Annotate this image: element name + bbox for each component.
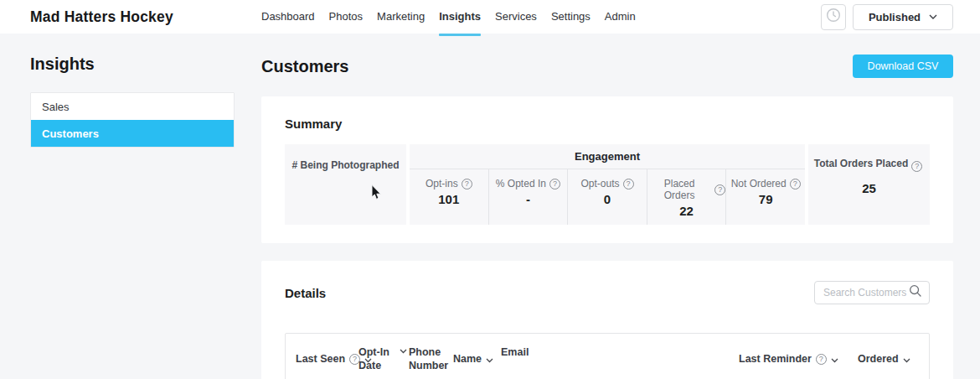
main-header: Customers Download CSV bbox=[261, 54, 953, 79]
metric-value: 101 bbox=[410, 192, 488, 206]
search-customers-input[interactable] bbox=[823, 287, 909, 299]
nav-item-insights[interactable]: Insights bbox=[439, 0, 481, 34]
topbar-right-controls: Published bbox=[821, 4, 953, 30]
engagement-label: Engagement bbox=[410, 144, 805, 169]
help-icon[interactable]: ? bbox=[816, 354, 827, 365]
customers-table-header: Last Seen ? Opt-In Date Phone Number bbox=[286, 334, 929, 373]
column-header-name[interactable]: Name bbox=[453, 345, 501, 373]
summary-heading: Summary bbox=[285, 117, 930, 131]
nav-item-settings[interactable]: Settings bbox=[551, 0, 591, 34]
being-photographed-column: # Being Photographed bbox=[285, 144, 406, 225]
column-header-last-reminder[interactable]: Last Reminder ? bbox=[739, 345, 858, 373]
published-dropdown[interactable]: Published bbox=[853, 4, 953, 30]
history-clock-button[interactable] bbox=[821, 4, 846, 30]
column-header-opt-in-date[interactable]: Opt-In Date bbox=[358, 345, 409, 373]
help-icon[interactable]: ? bbox=[714, 184, 725, 195]
help-icon[interactable]: ? bbox=[790, 179, 801, 190]
metric-value: 79 bbox=[726, 192, 805, 206]
metric-label: Placed Orders bbox=[647, 178, 712, 201]
metric-label: Opt-outs bbox=[580, 178, 619, 190]
engagement-metrics: Opt-ins ? 101 % Opted In ? - bbox=[410, 169, 805, 225]
published-label: Published bbox=[869, 11, 921, 23]
metric-label: Not Ordered bbox=[731, 178, 787, 190]
metric-value: - bbox=[489, 192, 568, 206]
nav-item-services[interactable]: Services bbox=[495, 0, 537, 34]
help-icon[interactable]: ? bbox=[623, 179, 634, 190]
total-orders-value: 25 bbox=[808, 181, 930, 195]
search-icon[interactable] bbox=[909, 284, 922, 301]
chevron-down-icon bbox=[929, 14, 937, 19]
brand-title: Mad Hatters Hockey bbox=[30, 8, 261, 26]
sort-chevron-icon bbox=[400, 349, 407, 354]
page-title: Customers bbox=[261, 57, 348, 76]
metric-value: 22 bbox=[647, 204, 726, 218]
column-header-last-seen[interactable]: Last Seen ? bbox=[296, 345, 358, 373]
nav-item-admin[interactable]: Admin bbox=[605, 0, 636, 34]
nav-item-marketing[interactable]: Marketing bbox=[377, 0, 425, 34]
customers-table: Last Seen ? Opt-In Date Phone Number bbox=[285, 333, 930, 379]
sort-chevron-icon bbox=[903, 358, 910, 363]
customer-search bbox=[814, 281, 930, 304]
help-icon[interactable]: ? bbox=[549, 179, 560, 190]
column-header-ordered[interactable]: Ordered bbox=[858, 345, 919, 373]
summary-table: # Being Photographed Engagement Opt-ins … bbox=[285, 144, 930, 225]
column-header-email: Email bbox=[501, 345, 739, 373]
clock-icon bbox=[826, 8, 841, 26]
sidebar-title: Insights bbox=[30, 55, 235, 74]
insights-sidebar: Insights Sales Customers bbox=[0, 34, 235, 379]
metric-placed-orders: Placed Orders ? 22 bbox=[647, 169, 726, 225]
sort-chevron-icon bbox=[831, 358, 838, 363]
sort-chevron-icon bbox=[486, 358, 493, 363]
details-header: Details bbox=[285, 281, 930, 304]
sidebar-item-customers[interactable]: Customers bbox=[31, 120, 234, 147]
total-orders-column: Total Orders Placed? 25 bbox=[808, 144, 930, 225]
metric-label: Opt-ins bbox=[426, 178, 458, 190]
engagement-group: Engagement Opt-ins ? 101 % Opted In bbox=[410, 144, 805, 225]
page-layout: Insights Sales Customers Customers Downl… bbox=[0, 34, 980, 379]
sidebar-menu: Sales Customers bbox=[30, 92, 235, 148]
help-icon[interactable]: ? bbox=[911, 161, 922, 172]
metric-value: 0 bbox=[568, 192, 647, 206]
nav-item-dashboard[interactable]: Dashboard bbox=[261, 0, 315, 34]
sidebar-item-sales[interactable]: Sales bbox=[31, 93, 234, 120]
metric-opt-outs: Opt-outs ? 0 bbox=[567, 169, 647, 225]
main-nav: Dashboard Photos Marketing Insights Serv… bbox=[261, 0, 636, 34]
total-orders-label: Total Orders Placed bbox=[814, 158, 908, 169]
download-csv-button[interactable]: Download CSV bbox=[853, 55, 953, 78]
metric-pct-opted-in: % Opted In ? - bbox=[488, 169, 568, 225]
metric-not-ordered: Not Ordered ? 79 bbox=[725, 169, 805, 225]
column-header-phone-number: Phone Number bbox=[409, 345, 453, 373]
top-bar: Mad Hatters Hockey Dashboard Photos Mark… bbox=[0, 0, 980, 34]
details-heading: Details bbox=[285, 286, 326, 300]
metric-opt-ins: Opt-ins ? 101 bbox=[410, 169, 488, 225]
details-card: Details Last Seen ? bbox=[261, 261, 953, 379]
summary-card: Summary # Being Photographed Engagement … bbox=[261, 96, 953, 243]
metric-label: % Opted In bbox=[496, 178, 546, 190]
nav-item-photos[interactable]: Photos bbox=[329, 0, 363, 34]
being-photographed-label: # Being Photographed bbox=[285, 159, 406, 171]
help-icon[interactable]: ? bbox=[462, 179, 472, 190]
main-content: Customers Download CSV Summary # Being P… bbox=[261, 34, 953, 379]
